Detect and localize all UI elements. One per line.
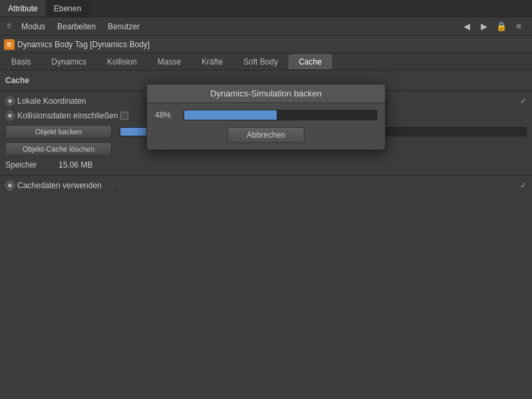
storage-row: Speicher 15.06 MB — [0, 158, 532, 172]
modal-percent-label: 48% — [155, 110, 178, 120]
storage-value: 15.06 MB — [59, 160, 92, 170]
arrow-right-icon[interactable]: ▶ — [477, 20, 491, 33]
objekt-backen-button[interactable]: Objekt backen — [5, 125, 112, 138]
top-tab-bar: Attribute Ebenen — [0, 0, 532, 17]
tab-kraefte[interactable]: Kräfte — [192, 55, 233, 69]
progress-modal: Dynamics-Simulation backen 48% Abbrechen — [146, 84, 386, 150]
tab-attribute[interactable]: Attribute — [0, 0, 46, 17]
property-tab-bar: Basis Dynamics Kollision Masse Kräfte So… — [0, 53, 532, 70]
tab-basis[interactable]: Basis — [1, 55, 41, 69]
tab-ebenen[interactable]: Ebenen — [46, 0, 89, 17]
menu-right-icons: ◀ ▶ 🔒 ≡ — [460, 20, 529, 33]
lock-icon[interactable]: 🔒 — [495, 20, 508, 33]
kollisionsdaten-checkbox[interactable] — [120, 112, 128, 120]
storage-label: Speicher — [5, 160, 59, 170]
menu-benutzer[interactable]: Benutzer — [102, 21, 145, 33]
lokal-koordinaten-radio[interactable] — [5, 96, 15, 106]
modal-progress-bar — [184, 110, 377, 120]
tag-bar: D Dynamics Body Tag [Dynamics Body] — [0, 36, 532, 53]
menu-bearbeiten[interactable]: Bearbeiten — [52, 21, 101, 33]
cachedaten-row: Cachedaten verwenden · · · · ✓ — [0, 178, 532, 193]
abbrechen-button[interactable]: Abbrechen — [227, 127, 305, 143]
menu-grid-icon: ⠿ — [3, 21, 15, 33]
modal-button-row: Abbrechen — [155, 127, 377, 143]
modal-progress-row: 48% — [155, 110, 377, 120]
modal-body: 48% Abbrechen — [147, 103, 385, 150]
modal-progress-fill — [184, 110, 277, 120]
menu-extra-icon[interactable]: ≡ — [512, 20, 525, 33]
kollisionsdaten-radio[interactable] — [5, 111, 15, 120]
lokal-koordinaten-check: ✓ — [520, 96, 527, 106]
middle-divider — [0, 175, 532, 176]
main-window: Attribute Ebenen ⠿ Modus Bearbeiten Benu… — [0, 0, 532, 399]
tab-softbody[interactable]: Soft Body — [233, 55, 288, 69]
lokal-koordinaten-label: Lokale Koordinaten — [17, 96, 86, 106]
kollisionsdaten-label: Kollisionsdaten einschließen — [17, 111, 118, 120]
main-content: Cache Lokale Koordinaten · · · · · · · ·… — [0, 70, 532, 399]
cachedaten-dots: · · · · — [104, 181, 517, 190]
cachedaten-label: Cachedaten verwenden — [17, 181, 102, 190]
cachedaten-radio[interactable] — [5, 181, 15, 190]
menu-modus[interactable]: Modus — [16, 21, 51, 33]
tab-cache[interactable]: Cache — [289, 55, 332, 69]
arrow-left-icon[interactable]: ◀ — [460, 20, 473, 33]
dynamics-tag-icon: D — [4, 39, 15, 50]
menu-bar: ⠿ Modus Bearbeiten Benutzer ◀ ▶ 🔒 ≡ — [0, 17, 532, 36]
tab-masse[interactable]: Masse — [148, 55, 191, 69]
tab-kollision[interactable]: Kollision — [97, 55, 147, 69]
objekt-cache-loschen-button[interactable]: Objekt-Cache löschen — [5, 142, 112, 156]
tab-dynamics[interactable]: Dynamics — [41, 55, 96, 69]
tag-label: Dynamics Body Tag [Dynamics Body] — [17, 40, 150, 49]
cachedaten-check: ✓ — [520, 181, 527, 190]
modal-title: Dynamics-Simulation backen — [147, 84, 385, 103]
